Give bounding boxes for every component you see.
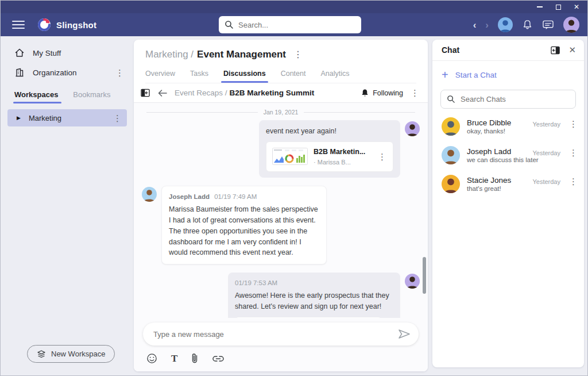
- collapse-panel-icon[interactable]: [141, 89, 150, 97]
- tab-discussions[interactable]: Discussions: [223, 70, 266, 83]
- tab-analytics[interactable]: Analytics: [320, 70, 349, 83]
- sidebar: My Stuff Organization ⋮ Workspaces Bookm…: [1, 36, 134, 376]
- chat-panel-title: Chat: [442, 45, 543, 55]
- close-button[interactable]: ✕: [572, 3, 581, 11]
- composer: T: [134, 318, 428, 371]
- tab-workspaces[interactable]: Workspaces: [14, 90, 58, 103]
- message-input-pill[interactable]: [143, 323, 419, 346]
- sidebar-item-organization[interactable]: Organization ⋮: [1, 63, 134, 82]
- tab-overview[interactable]: Overview: [145, 70, 175, 83]
- chat-search-input[interactable]: [461, 95, 570, 103]
- chat-time: Yesterday: [532, 121, 560, 128]
- organization-kebab-icon[interactable]: ⋮: [114, 68, 126, 77]
- layers-icon: [37, 350, 46, 359]
- new-workspace-button[interactable]: New Workspace: [27, 345, 115, 363]
- message-outgoing: event next year again! B2B Marketin... ·…: [142, 120, 420, 178]
- tab-bookmarks[interactable]: Bookmarks: [73, 90, 110, 103]
- chat-avatar: [442, 146, 460, 164]
- chat-avatar: [442, 117, 460, 136]
- breadcrumb-parent[interactable]: Marketing /: [145, 49, 194, 60]
- message-time: 01/19 7:53 AM: [235, 279, 277, 286]
- discussion-breadcrumb-parent[interactable]: Event Recaps /: [175, 89, 227, 97]
- messages-scrollbar[interactable]: [423, 257, 426, 294]
- workspace-item-marketing[interactable]: ▶ Marketing ⋮: [7, 109, 127, 126]
- message-sender: Joseph Ladd: [169, 193, 210, 200]
- attachment-pdf-card[interactable]: B2B Marketing Confe... Jan 18, 2021 · Ma…: [235, 317, 382, 318]
- sender-avatar: [405, 274, 420, 289]
- window-titlebar: ✕: [1, 1, 587, 13]
- sidebar-item-label: My Stuff: [33, 49, 126, 57]
- expand-triangle-icon[interactable]: ▶: [17, 115, 21, 121]
- message-text: event next year again!: [266, 126, 393, 137]
- chat-list-item-stacie[interactable]: Stacie Jones that's great! Yesterday ⋮: [432, 170, 584, 198]
- nav-forward-icon[interactable]: ›: [485, 20, 489, 30]
- main-header: Marketing / Event Management ⋮ Overview …: [134, 40, 428, 83]
- dock-panel-icon[interactable]: [551, 46, 560, 55]
- chat-search[interactable]: [440, 90, 576, 109]
- user-avatar[interactable]: [563, 17, 579, 33]
- search-icon: [225, 20, 234, 29]
- message-time: 01/19 7:49 AM: [214, 193, 257, 200]
- app-toolbar: Slingshot ‹ ›: [1, 13, 587, 36]
- nav-back-icon[interactable]: ‹: [473, 20, 477, 30]
- message-input[interactable]: [153, 330, 392, 339]
- sender-avatar: [405, 121, 420, 136]
- sidebar-tabs: Workspaces Bookmarks: [1, 82, 134, 108]
- close-chat-panel-icon[interactable]: ✕: [568, 45, 576, 55]
- chat-panel-header: Chat ✕: [432, 40, 584, 61]
- discussion-kebab-icon[interactable]: ⋮: [409, 89, 421, 97]
- back-arrow-icon[interactable]: [157, 89, 168, 97]
- attachment-dashboard-card[interactable]: B2B Marketin... · Marissa B... ⋮: [266, 141, 393, 172]
- chat-avatar: [442, 175, 460, 193]
- hamburger-menu-icon[interactable]: [12, 21, 25, 29]
- chat-toggle-icon[interactable]: [542, 20, 554, 30]
- attachment-subtitle: · Marissa B...: [314, 158, 370, 167]
- minimize-button[interactable]: [536, 3, 544, 11]
- presence-avatar[interactable]: [498, 17, 513, 32]
- chat-preview: we can discuss this later: [467, 156, 525, 163]
- slingshot-logo-icon: [37, 18, 51, 32]
- main-content: Marketing / Event Management ⋮ Overview …: [134, 40, 428, 371]
- sidebar-item-my-stuff[interactable]: My Stuff: [1, 43, 134, 63]
- plus-icon: +: [442, 69, 448, 80]
- message-text: Marissa Baumeister from the sales perspe…: [169, 204, 319, 258]
- emoji-icon[interactable]: [146, 353, 157, 364]
- workspace-kebab-icon[interactable]: ⋮: [111, 114, 123, 122]
- attachment-title: B2B Marketin...: [314, 147, 370, 158]
- link-icon[interactable]: [212, 355, 225, 362]
- attach-paperclip-icon[interactable]: [191, 352, 198, 365]
- chat-name: Bruce Dibble: [467, 118, 525, 127]
- tab-tasks[interactable]: Tasks: [190, 70, 208, 83]
- discussion-title: Event Recaps / B2B Marketing Summit: [175, 89, 314, 97]
- message-bubble: 01/19 7:53 AM Awesome! Here is the early…: [228, 273, 400, 318]
- main-tabs: Overview Tasks Discussions Content Analy…: [145, 70, 416, 83]
- toolbar-right: ‹ ›: [473, 17, 587, 33]
- chat-list-item-joseph[interactable]: Joseph Ladd we can discuss this later Ye…: [432, 141, 584, 170]
- global-search[interactable]: [219, 16, 361, 33]
- start-chat-label: Start a Chat: [455, 71, 497, 79]
- new-workspace-label: New Workspace: [51, 350, 105, 358]
- chat-list-item-bruce[interactable]: Bruce Dibble okay, thanks! Yesterday ⋮: [432, 112, 584, 141]
- search-input[interactable]: [238, 21, 355, 29]
- start-chat-button[interactable]: + Start a Chat: [432, 61, 584, 83]
- send-icon[interactable]: [398, 329, 411, 339]
- text-format-icon[interactable]: T: [171, 353, 177, 365]
- dashboard-thumbnail: [272, 148, 308, 165]
- chat-time: Yesterday: [532, 149, 560, 156]
- following-label: Following: [373, 89, 403, 97]
- date-divider: Jan 19, 2021: [146, 109, 415, 116]
- maximize-button[interactable]: [554, 3, 562, 11]
- chat-kebab-icon[interactable]: ⋮: [567, 177, 579, 186]
- composer-toolbar: T: [143, 346, 419, 366]
- attachment-kebab-icon[interactable]: ⋮: [376, 152, 388, 161]
- chat-kebab-icon[interactable]: ⋮: [567, 148, 579, 157]
- brand-name: Slingshot: [56, 20, 96, 30]
- chat-kebab-icon[interactable]: ⋮: [567, 120, 579, 128]
- brand: Slingshot: [37, 18, 96, 32]
- notifications-bell-icon[interactable]: [522, 19, 533, 30]
- breadcrumb-kebab-icon[interactable]: ⋮: [292, 50, 304, 59]
- following-toggle[interactable]: Following: [361, 89, 403, 98]
- workspace-label: Marketing: [29, 114, 103, 122]
- tab-content[interactable]: Content: [281, 70, 306, 83]
- discussion-header: Event Recaps / B2B Marketing Summit Foll…: [134, 83, 428, 103]
